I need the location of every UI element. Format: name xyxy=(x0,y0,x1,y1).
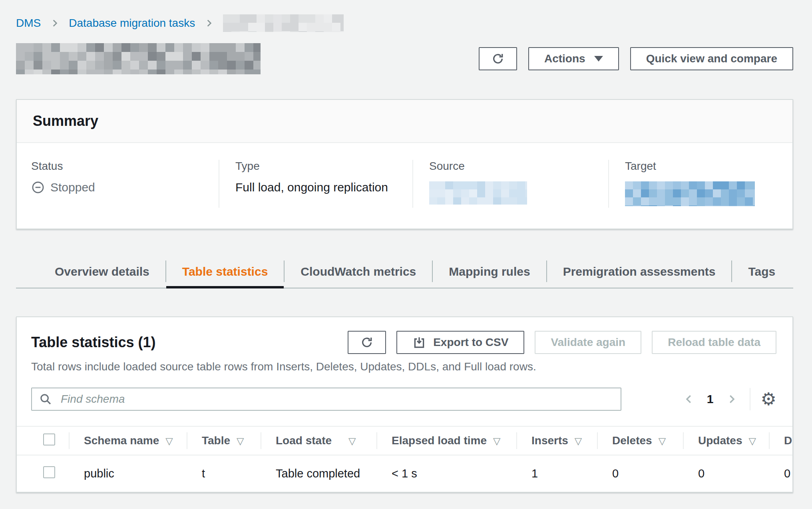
status-text: Stopped xyxy=(50,181,95,194)
preferences-gear-icon[interactable]: ⚙ xyxy=(761,390,776,408)
tab-premigration-assessments[interactable]: Premigration assessments xyxy=(547,256,732,288)
quick-view-compare-label: Quick view and compare xyxy=(646,52,777,65)
table-statistics-card: Table statistics (1) xyxy=(16,316,793,493)
status-value: Stopped xyxy=(31,181,207,194)
task-detail-tabs: Overview details Table statistics CloudW… xyxy=(16,256,793,288)
column-header-deletes[interactable]: Deletes▽ xyxy=(597,426,683,455)
breadcrumb: DMS Database migration tasks xyxy=(16,14,793,32)
cell-inserts: 1 xyxy=(516,455,597,492)
column-label: Load state xyxy=(276,434,332,447)
quick-view-compare-button[interactable]: Quick view and compare xyxy=(630,47,793,70)
table-row[interactable]: public t Table completed < 1 s 1 0 0 0 xyxy=(17,455,792,492)
tab-cloudwatch-metrics[interactable]: CloudWatch metrics xyxy=(285,256,432,288)
column-label: Table xyxy=(202,434,230,447)
export-to-csv-button[interactable]: Export to CSV xyxy=(396,331,524,354)
header-actions: Actions Quick view and compare xyxy=(479,47,793,70)
summary-field-source: Source xyxy=(412,160,608,208)
actions-button[interactable]: Actions xyxy=(528,47,619,70)
column-label: Elapsed load time xyxy=(392,434,487,447)
column-header-updates[interactable]: Updates▽ xyxy=(683,426,769,455)
column-label: Schema name xyxy=(84,434,159,447)
search-icon xyxy=(39,393,52,406)
export-to-csv-label: Export to CSV xyxy=(433,336,508,349)
table-statistics-table: Schema name▽ Table▽ Load state▽ Elapsed … xyxy=(17,426,792,492)
column-label: D xyxy=(784,434,792,447)
cell-deletes: 0 xyxy=(597,455,683,492)
previous-page-button[interactable] xyxy=(683,393,695,405)
refresh-icon xyxy=(360,336,374,349)
target-value-redacted xyxy=(625,181,755,206)
cell-elapsed-load-time: < 1 s xyxy=(376,455,516,492)
download-icon xyxy=(412,336,426,349)
page-header: Actions Quick view and compare xyxy=(16,42,793,75)
tab-overview-details[interactable]: Overview details xyxy=(39,256,165,288)
sort-icon: ▽ xyxy=(748,435,756,447)
sort-icon: ▽ xyxy=(493,435,500,447)
cell-schema-name: public xyxy=(69,455,187,492)
refresh-button[interactable] xyxy=(479,47,517,70)
table-statistics-description: Total rows include loaded source table r… xyxy=(17,354,792,373)
refresh-icon xyxy=(491,52,505,66)
reload-table-data-button[interactable]: Reload table data xyxy=(652,331,776,354)
column-label: Inserts xyxy=(531,434,568,447)
dms-task-page: DMS Database migration tasks xyxy=(0,0,812,493)
column-header-schema-name[interactable]: Schema name▽ xyxy=(69,426,187,455)
breadcrumb-current-redacted xyxy=(223,14,344,32)
pagination: 1 ⚙ xyxy=(683,388,776,410)
schema-search xyxy=(31,388,621,411)
pagination-divider xyxy=(750,388,750,410)
summary-field-target: Target xyxy=(608,160,792,208)
caret-down-icon xyxy=(594,56,603,62)
table-statistics-header: Table statistics (1) xyxy=(17,331,792,354)
table-statistics-title: Table statistics (1) xyxy=(31,331,155,351)
table-statistics-actions: Export to CSV Validate again Reload tabl… xyxy=(348,331,776,354)
summary-card: Summary Status Stopped Type xyxy=(16,99,793,229)
source-label: Source xyxy=(429,160,596,173)
sort-icon: ▽ xyxy=(659,435,666,447)
breadcrumb-tasks[interactable]: Database migration tasks xyxy=(69,17,195,30)
chevron-right-icon xyxy=(50,18,60,28)
column-header-load-state[interactable]: Load state▽ xyxy=(261,426,376,455)
stopped-icon xyxy=(31,181,45,194)
table-refresh-button[interactable] xyxy=(348,331,386,354)
target-label: Target xyxy=(625,160,780,173)
type-label: Type xyxy=(235,160,400,173)
tab-label: Table statistics xyxy=(182,265,268,278)
summary-title: Summary xyxy=(33,113,776,129)
column-label: Updates xyxy=(698,434,742,447)
summary-field-status: Status Stopped xyxy=(17,160,219,208)
cell-clipped: 0 xyxy=(769,455,792,492)
cell-load-state: Table completed xyxy=(261,455,376,492)
sort-icon: ▽ xyxy=(237,435,244,447)
column-label: Deletes xyxy=(612,434,652,447)
filter-row: 1 ⚙ xyxy=(17,388,792,411)
tab-label: Tags xyxy=(748,265,775,278)
cell-table: t xyxy=(187,455,261,492)
next-page-button[interactable] xyxy=(726,393,738,405)
actions-button-label: Actions xyxy=(544,52,585,65)
tab-label: Mapping rules xyxy=(449,265,530,278)
cell-updates: 0 xyxy=(683,455,769,492)
breadcrumb-dms[interactable]: DMS xyxy=(16,17,41,30)
reload-table-data-label: Reload table data xyxy=(668,336,760,349)
summary-field-type: Type Full load, ongoing replication xyxy=(219,160,412,208)
tab-table-statistics[interactable]: Table statistics xyxy=(166,256,284,288)
source-value-redacted xyxy=(429,181,527,205)
tab-label: Overview details xyxy=(55,265,149,278)
column-header-inserts[interactable]: Inserts▽ xyxy=(516,426,597,455)
tab-mapping-rules[interactable]: Mapping rules xyxy=(433,256,546,288)
validate-again-button[interactable]: Validate again xyxy=(535,331,641,354)
summary-card-body: Status Stopped Type Full load, ongoing r… xyxy=(17,143,792,229)
type-value: Full load, ongoing replication xyxy=(235,181,400,194)
tab-label: Premigration assessments xyxy=(563,265,716,278)
column-header-clipped[interactable]: D xyxy=(769,426,792,455)
summary-card-header: Summary xyxy=(17,100,792,143)
column-header-elapsed-load-time[interactable]: Elapsed load time▽ xyxy=(376,426,516,455)
tab-tags[interactable]: Tags xyxy=(732,256,791,288)
column-header-table[interactable]: Table▽ xyxy=(187,426,261,455)
page-title-redacted xyxy=(16,43,261,74)
find-schema-input[interactable] xyxy=(31,388,621,411)
select-all-checkbox[interactable] xyxy=(43,433,55,445)
row-checkbox[interactable] xyxy=(43,466,55,478)
tab-label: CloudWatch metrics xyxy=(301,265,416,278)
